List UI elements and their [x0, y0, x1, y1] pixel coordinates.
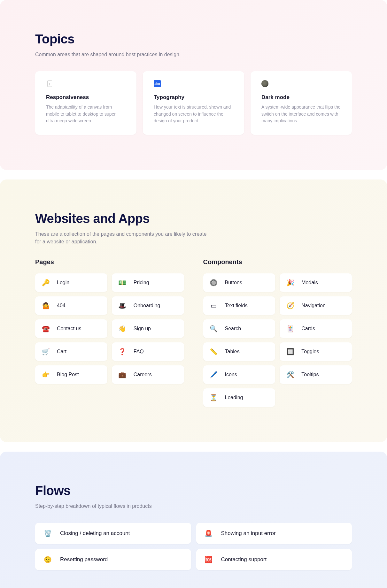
topics-subtitle: Common areas that are shaped around best…	[35, 51, 211, 58]
websites-subtitle: These are a collection of the pages and …	[35, 230, 211, 246]
worried-icon: 😟	[44, 556, 51, 563]
wave-icon: 👋	[119, 325, 126, 332]
flow-tile[interactable]: 🗑️ Closing / deleting an account	[35, 523, 191, 544]
list-tile[interactable]: 🧭 Navigation	[280, 296, 352, 315]
topics-cards-grid: ↕ Responsiveness The adaptability of a c…	[35, 71, 352, 135]
flows-grid: 🗑️ Closing / deleting an account 🚨 Showi…	[35, 523, 352, 570]
flow-tile[interactable]: 🆘 Contacting support	[196, 549, 352, 570]
list-tile[interactable]: ☎️ Contact us	[35, 319, 107, 338]
topic-card-desc: A system-wide appearance that flips the …	[261, 104, 341, 125]
pages-title: Pages	[35, 258, 184, 266]
tile-label: Cart	[57, 349, 66, 355]
phone-icon: ☎️	[42, 325, 49, 332]
search-icon: 🔍	[210, 325, 217, 332]
tile-label: FAQ	[134, 349, 144, 355]
pages-subsection: Pages 🔑 Login 💵 Pricing 🤷 404 🎩 Onboardi…	[35, 258, 184, 407]
party-icon: 🎉	[287, 279, 294, 286]
flow-label: Contacting support	[221, 556, 267, 563]
flows-title: Flows	[35, 484, 352, 498]
list-tile[interactable]: ▭ Text fields	[203, 296, 275, 315]
list-tile[interactable]: 🔲 Toggles	[280, 342, 352, 361]
tile-label: Pricing	[134, 280, 149, 286]
flow-label: Resetting password	[60, 556, 108, 563]
topic-card-title: Responsiveness	[46, 94, 126, 101]
websites-title: Websites and Apps	[35, 211, 352, 226]
briefcase-icon: 💼	[119, 371, 126, 378]
list-tile[interactable]: 📏 Tables	[203, 342, 275, 361]
list-tile[interactable]: 🎉 Modals	[280, 273, 352, 292]
shrug-icon: 🤷	[42, 302, 49, 309]
topic-card[interactable]: abc Typography How your text is structur…	[143, 71, 244, 135]
pages-grid: 🔑 Login 💵 Pricing 🤷 404 🎩 Onboarding ☎️ …	[35, 273, 184, 384]
topic-card-desc: How your text is structured, shown and c…	[154, 104, 233, 125]
hourglass-icon: ⏳	[210, 394, 217, 401]
tile-label: Search	[225, 326, 241, 332]
list-tile[interactable]: 🔑 Login	[35, 273, 107, 292]
list-tile[interactable]: 🤷 404	[35, 296, 107, 315]
tile-label: Navigation	[301, 303, 326, 309]
list-tile[interactable]: 🎩 Onboarding	[112, 296, 184, 315]
list-tile[interactable]: 🔘 Buttons	[203, 273, 275, 292]
components-title: Components	[203, 258, 352, 266]
list-tile[interactable]: 🔍 Search	[203, 319, 275, 338]
topic-card[interactable]: ↕ Responsiveness The adaptability of a c…	[35, 71, 136, 135]
abc-icon: abc	[154, 80, 161, 87]
tile-label: Onboarding	[134, 303, 160, 309]
tile-label: Icons	[225, 372, 237, 378]
flows-section: Flows Step-by-step breakdown of typical …	[0, 452, 387, 588]
compass-icon: 🧭	[287, 302, 294, 309]
topic-card-title: Typography	[154, 94, 233, 101]
tile-label: Text fields	[225, 303, 248, 309]
card-icon: 🃏	[287, 325, 294, 332]
list-tile[interactable]: ❓ FAQ	[112, 342, 184, 361]
topics-section: Topics Common areas that are shaped arou…	[0, 0, 387, 170]
list-tile[interactable]: 👋 Sign up	[112, 319, 184, 338]
tile-label: Cards	[301, 326, 315, 332]
list-tile[interactable]: ⏳ Loading	[203, 388, 275, 407]
trash-icon: 🗑️	[44, 530, 51, 537]
list-tile[interactable]: 🃏 Cards	[280, 319, 352, 338]
tile-label: Toggles	[301, 349, 319, 355]
button-icon: 🔘	[210, 279, 217, 286]
tile-label: Modals	[301, 280, 318, 286]
topic-card-desc: The adaptability of a canvas from mobile…	[46, 104, 126, 125]
ruler-icon: 📏	[210, 348, 217, 355]
tile-label: Tooltips	[301, 372, 319, 378]
money-icon: 💵	[119, 279, 126, 286]
topics-title: Topics	[35, 32, 352, 46]
tile-label: Sign up	[134, 326, 151, 332]
flow-label: Showing an input error	[221, 530, 276, 537]
tile-label: Login	[57, 280, 69, 286]
tile-label: 404	[57, 303, 66, 309]
components-subsection: Components 🔘 Buttons 🎉 Modals ▭ Text fie…	[203, 258, 352, 407]
list-tile[interactable]: 💵 Pricing	[112, 273, 184, 292]
tools-icon: 🛠️	[287, 371, 294, 378]
toggle-icon: 🔲	[287, 348, 294, 355]
tile-label: Loading	[225, 395, 243, 401]
textfield-icon: ▭	[210, 302, 217, 309]
flow-tile[interactable]: 🚨 Showing an input error	[196, 523, 352, 544]
list-tile[interactable]: 👉 Blog Post	[35, 365, 107, 384]
tile-label: Blog Post	[57, 372, 79, 378]
flow-label: Closing / deleting an account	[60, 530, 130, 537]
topic-card-title: Dark mode	[261, 94, 341, 101]
list-tile[interactable]: 💼 Careers	[112, 365, 184, 384]
tile-label: Contact us	[57, 326, 81, 332]
pen-icon: 🖊️	[210, 371, 217, 378]
sos-icon: 🆘	[205, 556, 212, 563]
alert-icon: 🚨	[205, 530, 212, 537]
websites-section: Websites and Apps These are a collection…	[0, 179, 387, 442]
flow-tile[interactable]: 😟 Resetting password	[35, 549, 191, 570]
components-grid: 🔘 Buttons 🎉 Modals ▭ Text fields 🧭 Navig…	[203, 273, 352, 407]
point-icon: 👉	[42, 371, 49, 378]
tile-label: Buttons	[225, 280, 242, 286]
list-tile[interactable]: 🛒 Cart	[35, 342, 107, 361]
question-icon: ❓	[119, 348, 126, 355]
list-tile[interactable]: 🛠️ Tooltips	[280, 365, 352, 384]
cart-icon: 🛒	[42, 348, 49, 355]
list-tile[interactable]: 🖊️ Icons	[203, 365, 275, 384]
topic-card[interactable]: Dark mode A system-wide appearance that …	[251, 71, 352, 135]
resize-icon: ↕	[46, 80, 53, 87]
moon-icon	[261, 80, 268, 87]
tile-label: Tables	[225, 349, 240, 355]
